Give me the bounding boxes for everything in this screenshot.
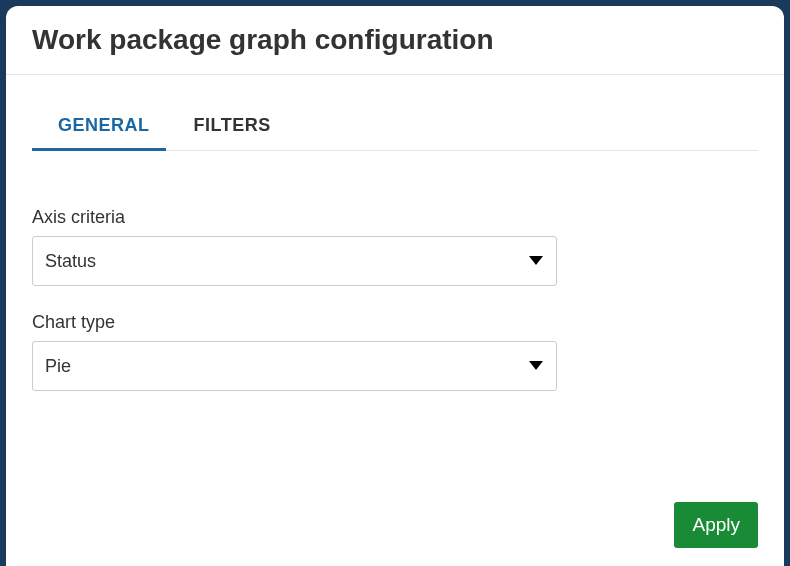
- modal-body: GENERAL FILTERS Axis criteria Status Cha…: [6, 75, 784, 502]
- axis-criteria-group: Axis criteria Status: [32, 207, 758, 286]
- axis-criteria-label: Axis criteria: [32, 207, 758, 228]
- tab-filters[interactable]: FILTERS: [186, 103, 279, 150]
- axis-criteria-select-wrapper: Status: [32, 236, 557, 286]
- modal-header: Work package graph configuration: [6, 6, 784, 75]
- modal-footer: Apply: [6, 502, 784, 566]
- axis-criteria-select[interactable]: Status: [32, 236, 557, 286]
- apply-button[interactable]: Apply: [674, 502, 758, 548]
- axis-criteria-value: Status: [45, 251, 96, 272]
- chart-type-value: Pie: [45, 356, 71, 377]
- form-section: Axis criteria Status Chart type Pie: [32, 207, 758, 417]
- modal-title: Work package graph configuration: [32, 24, 758, 56]
- chart-type-select[interactable]: Pie: [32, 341, 557, 391]
- chart-type-select-wrapper: Pie: [32, 341, 557, 391]
- tab-general[interactable]: GENERAL: [50, 103, 158, 150]
- chart-type-group: Chart type Pie: [32, 312, 758, 391]
- config-modal: Work package graph configuration GENERAL…: [6, 6, 784, 566]
- chart-type-label: Chart type: [32, 312, 758, 333]
- tabs: GENERAL FILTERS: [32, 103, 758, 151]
